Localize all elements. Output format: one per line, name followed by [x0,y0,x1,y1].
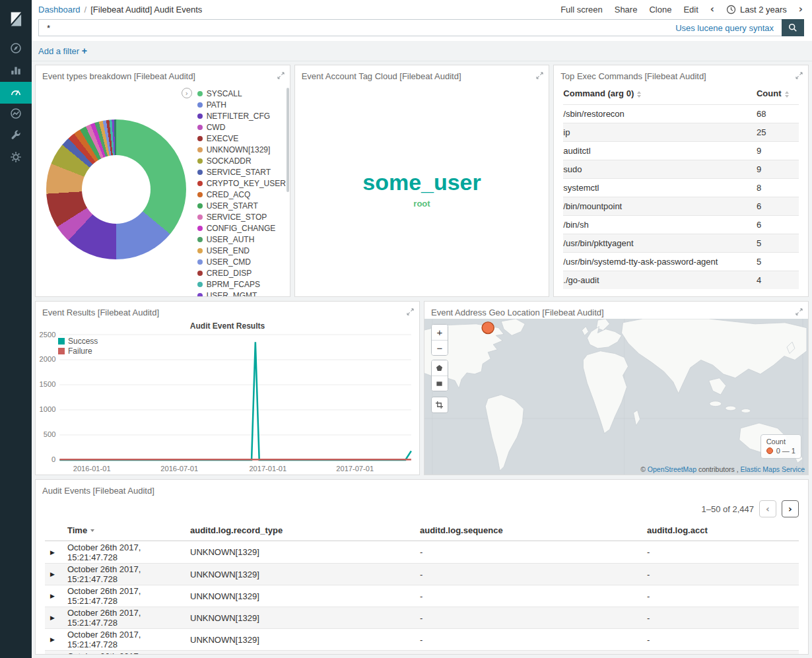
previous-page-button[interactable]: ‹ [759,500,776,517]
legend-toggle-icon[interactable]: › [182,88,192,98]
query-input[interactable] [39,23,675,33]
expand-panel-icon[interactable] [536,71,543,81]
expand-panel-icon[interactable] [407,308,414,317]
sidebar-item-dashboard[interactable] [0,82,32,104]
exec-count-cell[interactable]: 8 [757,179,799,197]
zoom-out-button[interactable]: − [432,340,448,355]
expand-panel-icon[interactable] [277,71,285,81]
expand-row-icon[interactable]: ▶ [45,636,67,643]
legend-item[interactable]: SERVICE_STOP [197,211,290,222]
panel-title: Top Exec Commands [Filebeat Auditd] [560,71,792,81]
legend-item[interactable]: EXECVE [197,133,290,144]
openstreetmap-link[interactable]: OpenStreetMap [648,465,696,473]
visualize-bar-chart-icon [10,64,22,78]
crop-fit-data-button[interactable] [432,397,448,412]
legend-item[interactable]: SYSCALL [197,88,290,99]
zoom-in-button[interactable]: + [432,325,448,340]
tag-some-user[interactable]: some_user [362,170,481,195]
legend-item[interactable]: SOCKADDR [197,155,290,166]
clone-button[interactable]: Clone [649,5,671,15]
draw-polygon-tool-button[interactable] [432,360,448,376]
legend-item[interactable]: USER_START [197,200,290,211]
expand-row-icon[interactable]: ▶ [45,549,67,556]
exec-count-cell[interactable]: 5 [757,253,799,271]
legend-item[interactable]: CRED_DISP [197,267,290,279]
expand-row-icon[interactable]: ▶ [45,571,67,577]
exec-count-cell[interactable]: 5 [757,234,799,253]
legend-item[interactable]: PATH [197,99,290,110]
donut-legend: › SYSCALLPATHNETFILTER_CFGCWDEXECVEUNKNO… [197,82,290,296]
exec-command-cell[interactable]: /sbin/restorecon [563,105,757,123]
column-header-record-type[interactable]: auditd.log.record_type [190,525,420,535]
legend-item[interactable]: USER_AUTH [197,234,290,245]
legend-item[interactable]: CONFIG_CHANGE [197,222,290,234]
legend-label: USER_CMD [207,257,251,267]
add-filter-link[interactable]: Add a filter + [38,46,87,56]
legend-scrollbar[interactable] [287,88,289,192]
exec-command-cell[interactable]: /usr/bin/pkttyagent [563,234,757,253]
exec-command-cell[interactable]: /bin/mountpoint [563,197,757,216]
exec-count-cell[interactable]: 6 [757,197,799,216]
breadcrumb-dashboard-link[interactable]: Dashboard [38,5,81,15]
sidebar-item-dev-tools[interactable] [0,125,32,147]
edit-button[interactable]: Edit [683,5,698,15]
expand-row-icon[interactable]: ▶ [45,593,67,599]
exec-command-cell[interactable]: ip [563,123,757,142]
share-button[interactable]: Share [615,5,638,15]
geo-map[interactable]: + − [424,319,808,475]
column-header-count[interactable]: Count [757,84,799,105]
time-picker-button[interactable]: Last 2 years [726,5,787,15]
exec-count-cell[interactable]: 9 [757,142,799,160]
expand-panel-icon[interactable] [795,308,803,317]
exec-command-cell[interactable]: /bin/sh [563,216,757,234]
column-header-sequence[interactable]: auditd.log.sequence [420,525,647,535]
exec-command-cell[interactable]: systemctl [563,179,757,197]
legend-item[interactable]: UNKNOWN[1329] [197,144,290,155]
draw-rectangle-tool-button[interactable] [432,376,448,391]
legend-item[interactable]: SERVICE_START [197,166,290,178]
elastic-maps-service-link[interactable]: Elastic Maps Service [741,465,805,473]
sidebar-item-timelion[interactable] [0,104,32,125]
exec-command-cell[interactable]: sudo [563,160,757,179]
tag-root[interactable]: root [413,199,430,209]
sort-icon [637,91,641,98]
exec-count-cell[interactable]: 68 [757,105,799,123]
event-types-donut-chart[interactable] [46,119,186,259]
legend-item[interactable]: BPRM_FCAPS [197,279,290,290]
exec-command-cell[interactable]: ./go-audit [563,271,757,290]
legend-item[interactable]: USER_MGMT [197,290,290,296]
lucene-syntax-link[interactable]: Uses lucene query syntax [675,23,774,33]
svg-text:2500: 2500 [40,331,56,338]
legend-item[interactable]: USER_CMD [197,256,290,267]
column-header-command[interactable]: Command (arg 0) [563,84,757,105]
legend-item[interactable]: CRYPTO_KEY_USER [197,178,290,189]
exec-count-cell[interactable]: 6 [757,216,799,234]
exec-count-cell[interactable]: 9 [757,160,799,179]
search-button[interactable] [782,19,804,36]
exec-count-cell[interactable]: 4 [757,271,799,290]
full-screen-button[interactable]: Full screen [560,5,603,15]
sidebar-item-visualize[interactable] [0,60,32,82]
column-header-time[interactable]: Time [67,525,190,535]
next-page-button[interactable]: › [782,500,799,517]
legend-item[interactable]: NETFILTER_CFG [197,110,290,121]
expand-panel-icon[interactable] [795,71,803,81]
legend-item[interactable]: USER_END [197,245,290,256]
time-forward-chevron-icon[interactable]: › [799,5,803,15]
legend-swatch [197,158,203,164]
legend-item[interactable]: CRED_ACQ [197,189,290,200]
sidebar-item-management[interactable] [0,147,32,169]
legend-item-failure[interactable]: Failure [58,346,98,356]
exec-command-cell[interactable]: /usr/bin/systemd-tty-ask-password-agent [563,253,757,271]
legend-item-success[interactable]: Success [58,336,98,346]
time-back-chevron-icon[interactable]: ‹ [710,5,714,15]
kibana-logo[interactable] [0,0,32,38]
legend-item[interactable]: CWD [197,121,290,133]
exec-count-cell[interactable]: 25 [757,123,799,142]
audit-table-row: ▶October 26th 2017, 15:21:47.728UNKNOWN[… [45,541,799,563]
geo-point-marker[interactable] [482,322,494,334]
column-header-acct[interactable]: auditd.log.acct [647,525,799,535]
exec-command-cell[interactable]: auditctl [563,142,757,160]
sidebar-item-discover[interactable] [0,38,32,60]
expand-row-icon[interactable]: ▶ [45,614,67,621]
